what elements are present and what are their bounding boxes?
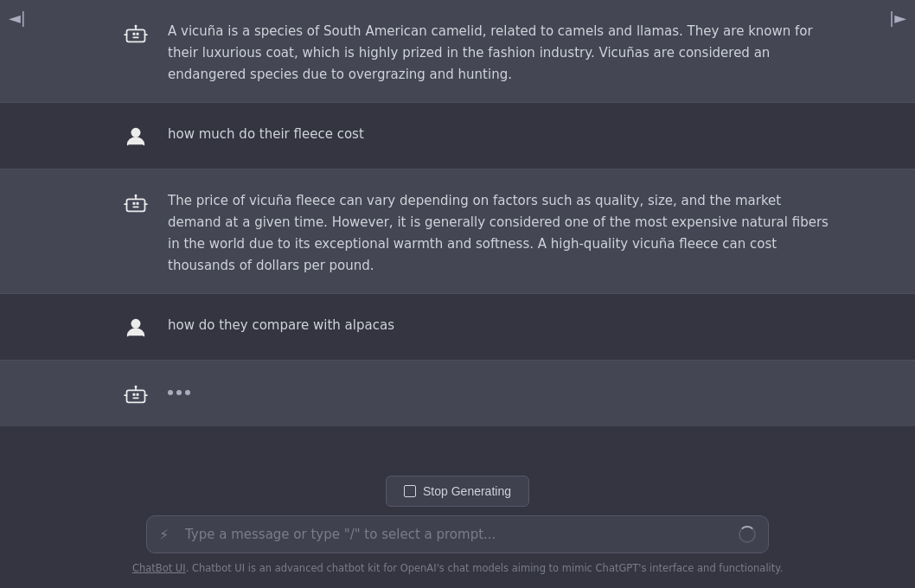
bot-icon-2 <box>124 191 148 215</box>
dot-3 <box>185 390 190 395</box>
chat-container: ◄| |► A vicuña is a species of South Ame… <box>0 0 915 588</box>
svg-point-23 <box>135 386 138 388</box>
message-row-user-1: how much do their fleece cost <box>0 103 915 169</box>
dot-2 <box>176 390 182 395</box>
typing-indicator <box>168 378 829 395</box>
user-avatar-2 <box>121 313 150 342</box>
svg-rect-0 <box>127 29 145 42</box>
user-icon <box>124 125 148 149</box>
svg-rect-2 <box>137 33 139 35</box>
svg-rect-9 <box>127 200 145 212</box>
footer-link[interactable]: ChatBot UI <box>132 562 186 574</box>
bot-icon <box>124 22 148 46</box>
footer-text: ChatBot UI. Chatbot UI is an advanced ch… <box>132 562 783 574</box>
collapse-left-button[interactable]: ◄| <box>9 9 26 27</box>
stop-generating-label: Stop Generating <box>423 484 511 498</box>
lightning-icon: ⚡ <box>159 527 169 543</box>
assistant-avatar-2 <box>121 189 150 218</box>
message-content-assistant-1: A vicuña is a species of South American … <box>168 17 829 85</box>
svg-rect-1 <box>133 33 136 35</box>
svg-rect-18 <box>127 391 145 403</box>
stop-icon <box>404 485 416 497</box>
loading-spinner <box>739 526 756 543</box>
svg-point-17 <box>131 320 139 328</box>
svg-rect-20 <box>137 393 139 396</box>
svg-rect-11 <box>137 202 139 205</box>
bot-icon-typing <box>124 382 148 406</box>
user-avatar-1 <box>121 122 150 151</box>
bottom-area: Stop Generating ⚡ ChatBot UI. Chatbot UI… <box>0 467 915 588</box>
user-icon-2 <box>124 316 148 340</box>
svg-rect-3 <box>133 37 139 39</box>
stop-generating-button[interactable]: Stop Generating <box>386 476 529 507</box>
svg-point-14 <box>135 195 138 197</box>
collapse-right-button[interactable]: |► <box>889 9 906 27</box>
message-row-assistant-1: A vicuña is a species of South American … <box>0 0 915 102</box>
message-row-assistant-typing <box>0 361 915 426</box>
message-content-user-1: how much do their fleece cost <box>168 120 829 145</box>
messages-area: A vicuña is a species of South American … <box>0 0 915 467</box>
svg-rect-10 <box>133 202 136 205</box>
svg-rect-12 <box>133 207 139 208</box>
message-input[interactable] <box>185 527 730 542</box>
dot-1 <box>168 390 173 395</box>
assistant-avatar-typing <box>121 380 150 409</box>
footer-description: . Chatbot UI is an advanced chatbot kit … <box>186 562 783 574</box>
svg-point-5 <box>135 25 138 28</box>
assistant-avatar-1 <box>121 19 150 48</box>
typing-dots <box>168 381 829 395</box>
svg-point-8 <box>131 129 139 137</box>
message-content-assistant-2: The price of vicuña fleece can vary depe… <box>168 187 829 276</box>
message-row-assistant-2: The price of vicuña fleece can vary depe… <box>0 169 915 293</box>
svg-rect-19 <box>133 393 136 396</box>
message-content-user-2: how do they compare with alpacas <box>168 311 829 336</box>
message-input-wrapper: ⚡ <box>146 515 769 553</box>
message-row-user-2: how do they compare with alpacas <box>0 294 915 360</box>
svg-rect-21 <box>133 398 139 399</box>
